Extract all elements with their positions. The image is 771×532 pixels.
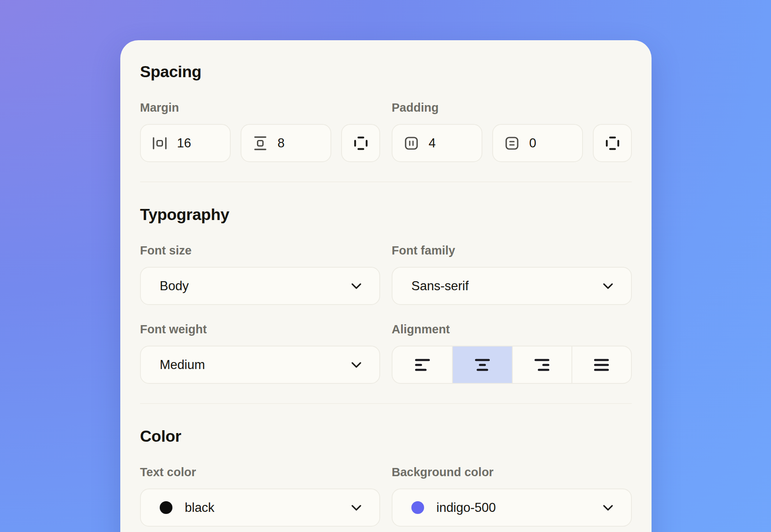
background-color-swatch: [411, 501, 424, 514]
padding-field: Padding 4 0: [392, 100, 632, 162]
font-size-value: Body: [160, 279, 189, 294]
align-center-button[interactable]: [452, 346, 512, 383]
alignment-label: Alignment: [392, 322, 632, 337]
font-weight-select[interactable]: Medium: [140, 346, 380, 384]
font-family-field: Font family Sans-serif: [392, 243, 632, 305]
background-color-select[interactable]: indigo-500: [392, 488, 632, 527]
chevron-down-icon: [351, 362, 362, 368]
text-color-swatch: [160, 501, 172, 514]
section-divider: [140, 403, 632, 404]
font-size-label: Font size: [140, 243, 380, 258]
text-color-select[interactable]: black: [140, 488, 380, 527]
padding-individual-sides-button[interactable]: [593, 124, 632, 162]
alignment-field: Alignment: [392, 322, 632, 384]
padding-vertical-value: 0: [529, 136, 536, 151]
font-family-value: Sans-serif: [411, 279, 469, 294]
font-weight-value: Medium: [160, 358, 205, 372]
margin-label: Margin: [140, 100, 380, 115]
typography-section-title: Typography: [140, 205, 632, 224]
align-left-button[interactable]: [392, 346, 452, 383]
margin-horizontal-icon: [151, 135, 168, 151]
align-justify-button[interactable]: [571, 346, 631, 383]
margin-field: Margin 16 8: [140, 100, 380, 162]
align-right-icon: [534, 358, 550, 372]
align-center-icon: [474, 358, 491, 372]
font-family-label: Font family: [392, 243, 632, 258]
chevron-down-icon: [351, 283, 362, 289]
text-color-field: Text color black: [140, 465, 380, 527]
font-size-field: Font size Body: [140, 243, 380, 305]
font-family-select[interactable]: Sans-serif: [392, 267, 632, 305]
font-size-select[interactable]: Body: [140, 267, 380, 305]
padding-horizontal-icon: [403, 135, 420, 151]
section-divider: [140, 181, 632, 182]
background-color-label: Background color: [392, 465, 632, 479]
margin-vertical-input[interactable]: 8: [241, 124, 331, 162]
font-weight-label: Font weight: [140, 322, 380, 337]
padding-label: Padding: [392, 100, 632, 115]
text-color-value: black: [185, 500, 214, 515]
padding-vertical-icon: [504, 135, 520, 151]
background-color-field: Background color indigo-500: [392, 465, 632, 527]
margin-individual-sides-button[interactable]: [341, 124, 380, 162]
alignment-segmented-control: [392, 346, 632, 384]
individual-sides-icon: [353, 135, 369, 151]
align-left-icon: [414, 358, 431, 372]
align-justify-icon: [593, 358, 610, 372]
spacing-section-title: Spacing: [140, 62, 632, 81]
chevron-down-icon: [602, 504, 614, 511]
background-color-value: indigo-500: [436, 500, 496, 515]
align-right-button[interactable]: [512, 346, 571, 383]
chevron-down-icon: [351, 504, 362, 511]
padding-horizontal-input[interactable]: 4: [392, 124, 482, 162]
font-weight-field: Font weight Medium: [140, 322, 380, 384]
padding-horizontal-value: 4: [429, 136, 436, 151]
margin-horizontal-input[interactable]: 16: [140, 124, 231, 162]
individual-sides-icon: [604, 135, 621, 151]
padding-vertical-input[interactable]: 0: [492, 124, 583, 162]
style-inspector-panel: Spacing Margin 16 8: [120, 40, 652, 532]
margin-vertical-icon: [252, 135, 268, 151]
margin-vertical-value: 8: [278, 136, 285, 151]
margin-horizontal-value: 16: [177, 136, 191, 151]
text-color-label: Text color: [140, 465, 380, 479]
chevron-down-icon: [602, 283, 614, 289]
color-section-title: Color: [140, 427, 632, 446]
